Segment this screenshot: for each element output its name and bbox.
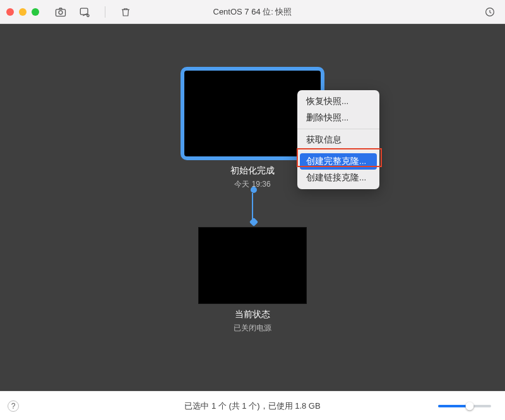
snapshot-icon[interactable]: [78, 6, 91, 18]
menu-item-getinfo[interactable]: 获取信息: [297, 129, 379, 148]
snapshot-current-title: 当前状态: [198, 309, 307, 320]
titlebar: CentOS 7 64 位: 快照: [0, 0, 505, 24]
fullscreen-window-button[interactable]: [32, 8, 39, 16]
menu-item-delete[interactable]: 删除快照...: [297, 110, 379, 126]
menu-item-full-clone[interactable]: 创建完整克隆...: [300, 153, 377, 170]
snapshot-connector: [251, 187, 254, 225]
snapshot-current-node[interactable]: 当前状态 已关闭电源: [198, 227, 307, 334]
help-button[interactable]: ?: [8, 400, 19, 412]
window-title: CentOS 7 64 位: 快照: [213, 6, 292, 18]
close-window-button[interactable]: [6, 8, 14, 16]
minimize-window-button[interactable]: [19, 8, 27, 16]
snapshot-current-sub: 已关闭电源: [198, 323, 307, 334]
menu-item-restore[interactable]: 恢复快照...: [297, 93, 379, 110]
svg-point-1: [59, 10, 62, 14]
snapshot-current-thumbnail[interactable]: [198, 227, 307, 304]
svg-point-3: [87, 15, 89, 16]
toolbar-divider: [105, 6, 105, 18]
camera-icon[interactable]: [54, 6, 67, 18]
clock-icon[interactable]: [484, 6, 496, 18]
zoom-slider[interactable]: [438, 405, 491, 407]
toolbar-left: [54, 6, 132, 18]
menu-item-linked-clone[interactable]: 创建链接克隆...: [297, 170, 379, 186]
zoom-slider-knob[interactable]: [466, 402, 474, 410]
status-text: 已选中 1 个 (共 1 个)，已使用 1.8 GB: [184, 400, 320, 412]
window-controls: [6, 8, 39, 16]
context-menu: 恢复快照... 删除快照... 获取信息 创建完整克隆... 创建链接克隆...: [297, 90, 379, 189]
snapshot-canvas[interactable]: 初始化完成 今天 19:36 当前状态 已关闭电源 恢复快照... 删除快照..…: [0, 24, 505, 391]
bottombar: ? 已选中 1 个 (共 1 个)，已使用 1.8 GB: [0, 391, 505, 420]
trash-icon[interactable]: [119, 6, 132, 18]
